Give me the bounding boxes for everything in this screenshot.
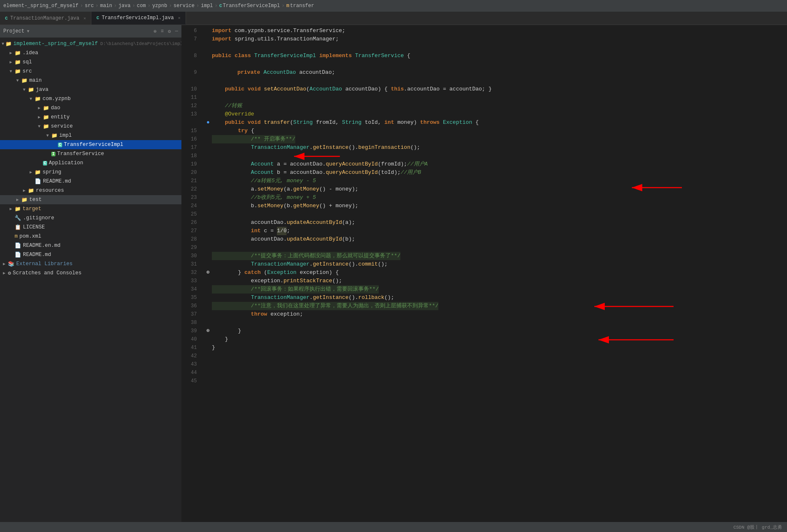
minimize-icon[interactable]: — [175, 28, 178, 35]
sidebar-item-comyzpnb[interactable]: ▼ 📁 com.yzpnb [0, 94, 181, 103]
folder-impl-icon: 📁 [51, 133, 58, 139]
breadcrumb: element-_spring_of_myself › src › main ›… [3, 3, 314, 9]
sidebar-item-readme-root[interactable]: 📄 README.md [0, 250, 181, 259]
code-line-18: ● public void transfer(String fromId, St… [204, 118, 787, 127]
code-content[interactable]: import com.yzpnb.service.TransferService… [200, 25, 787, 522]
sidebar-item-main[interactable]: ▼ 📁 main [0, 76, 181, 85]
code-line-36: ⊕ } catch (Exception exception) { [204, 269, 787, 277]
sidebar-item-application[interactable]: C Application [0, 158, 181, 168]
class-c-icon: C [58, 143, 62, 147]
code-line-19: try { [204, 127, 787, 135]
sidebar-item-dao[interactable]: ▶ 📁 dao [0, 103, 181, 113]
tab-icon-c: C [5, 16, 8, 21]
folder-service-icon: 📁 [43, 123, 49, 130]
folder-icon: 📁 [5, 41, 12, 47]
main-layout: Project ▼ ⊕ ≡ ⚙ — ▼ 📁 implement-_spring_… [0, 25, 787, 522]
app-c-icon: C [43, 161, 47, 166]
gitignore-icon: 🔧 [15, 215, 21, 221]
sidebar-item-readme-md[interactable]: 📄 README.md [0, 177, 181, 186]
tab-label-transferserviceimpl: TransferServiceImpl.java [102, 15, 174, 21]
tab-transferserviceimpl[interactable]: C TransferServiceImpl.java ✕ [91, 12, 186, 25]
line-numbers: 6 7 8 9 10 11 12 13 15 16 17 18 19 20 21… [181, 25, 200, 522]
code-line-blank5 [204, 210, 787, 218]
sidebar-item-entity[interactable]: ▶ 📁 entity [0, 113, 181, 122]
sync-icon[interactable]: ⊕ [153, 28, 156, 35]
code-line-blank3 [204, 93, 787, 102]
sidebar: Project ▼ ⊕ ≡ ⚙ — ▼ 📁 implement-_spring_… [0, 25, 181, 522]
sidebar-item-idea[interactable]: ▶ 📁 .idea [0, 48, 181, 58]
folder-sql-icon: 📁 [15, 59, 21, 65]
scratches-label: Scratches and Consoles [13, 270, 82, 276]
tab-transactionmanager[interactable]: C TransactionManager.java ✕ [0, 12, 91, 25]
collapse-icon[interactable]: ≡ [161, 28, 163, 35]
sidebar-item-impl[interactable]: ▼ 📁 impl [0, 131, 181, 140]
folder-dao-icon: 📁 [43, 105, 49, 111]
settings-icon[interactable]: ⚙ [168, 28, 171, 35]
folder-idea-icon: 📁 [15, 50, 21, 56]
title-bar: element-_spring_of_myself › src › main ›… [0, 0, 787, 12]
code-line-23: Account a = accountDao.queryAccountById(… [204, 160, 787, 168]
chevron-down-icon: ▼ [27, 29, 29, 34]
code-line-39: TransactionManager.getInstance().rollbac… [204, 294, 787, 302]
scratches-icon: ⚙ [8, 270, 11, 276]
code-line-9: public class TransferServiceImpl impleme… [204, 52, 787, 60]
code-line-blank1 [204, 60, 787, 68]
code-line-26: a.setMoney(a.getMoney() - money); [204, 185, 787, 193]
sidebar-item-root[interactable]: ▼ 📁 implement-_spring_of_myself D:\bianc… [0, 39, 181, 48]
code-line-blank4 [204, 152, 787, 160]
breadcrumb-method: m [286, 3, 289, 9]
folder-main-icon: 📁 [21, 78, 28, 84]
sidebar-title: Project [3, 28, 24, 34]
sidebar-item-resources[interactable]: ▶ 📁 resources [0, 186, 181, 195]
code-line-blank2 [204, 77, 787, 85]
external-libraries-label: External Libraries [16, 261, 73, 267]
folder-entity-icon: 📁 [43, 114, 49, 120]
breadcrumb-yzpnb: yzpnb [152, 3, 167, 9]
sidebar-item-java[interactable]: ▼ 📁 java [0, 85, 181, 94]
sidebar-item-sql[interactable]: ▶ 📁 sql [0, 58, 181, 67]
md-root-icon: 📄 [15, 251, 21, 258]
tab-close-transferserviceimpl[interactable]: ✕ [178, 15, 181, 20]
code-line-40: /**注意，我们在这里处理了异常，需要人为抛出，否则上层捕获不到异常**/ [204, 302, 787, 310]
code-line-43: ⊕ } [204, 327, 787, 335]
sidebar-item-readme-en[interactable]: 📄 README.en.md [0, 241, 181, 250]
folder-src-icon: 📁 [15, 68, 21, 75]
sidebar-item-external-libraries[interactable]: ▶ 📚 External Libraries [0, 259, 181, 269]
code-line-6: import com.yzpnb.service.TransferService… [204, 27, 787, 35]
folder-spring-icon: 📁 [35, 169, 41, 176]
tab-icon-c2: C [96, 15, 99, 20]
breadcrumb-class: TransferServiceImpl [223, 3, 280, 9]
code-line-24: Account b = accountDao.queryAccountById(… [204, 168, 787, 177]
sidebar-item-gitignore[interactable]: 🔧 .gitignore [0, 213, 181, 223]
sidebar-item-scratches[interactable]: ▶ ⚙ Scratches and Consoles [0, 269, 181, 278]
sidebar-item-target[interactable]: ▶ 📁 target [0, 204, 181, 213]
sidebar-item-src[interactable]: ▼ 📁 src [0, 67, 181, 76]
md-icon: 📄 [35, 178, 41, 185]
sidebar-item-transferserviceimpl[interactable]: C TransferServiceImpl [0, 140, 181, 149]
breadcrumb-impl: impl [201, 3, 213, 9]
code-line-20: /** 开启事务**/ [204, 135, 787, 143]
folder-target-icon: 📁 [15, 206, 21, 212]
code-line-30: accountDao.updateAccountById(a); [204, 218, 787, 227]
code-line-blank7 [204, 319, 787, 327]
sidebar-tree: ▼ 📁 implement-_spring_of_myself D:\bianc… [0, 38, 181, 522]
code-line-35: TransactionManager.getInstance().commit(… [204, 260, 787, 269]
library-icon: 📚 [8, 261, 15, 267]
sidebar-item-service[interactable]: ▼ 📁 service [0, 122, 181, 131]
sidebar-item-transferservice[interactable]: I TransferService [0, 149, 181, 158]
tab-close-transactionmanager[interactable]: ✕ [83, 16, 86, 21]
folder-test-icon: 📁 [21, 197, 28, 203]
sidebar-item-spring[interactable]: ▶ 📁 spring [0, 168, 181, 177]
sidebar-item-test[interactable]: ▶ 📁 test [0, 195, 181, 204]
sidebar-item-pom[interactable]: m pom.xml [0, 232, 181, 241]
code-line-25: //a转账5元, money - 5 [204, 177, 787, 185]
code-line-21: TransactionManager.getInstance().beginTr… [204, 143, 787, 152]
sidebar-item-license[interactable]: 📋 LICENSE [0, 223, 181, 232]
sidebar-header-icons: ⊕ ≡ ⚙ — [153, 28, 178, 35]
code-line-38: /**回滚事务：如果程序执行出错，需要回滚事务**/ [204, 285, 787, 294]
breadcrumb-com: com [137, 3, 146, 9]
breadcrumb-project: element-_spring_of_myself [3, 3, 78, 9]
status-text: CSDN @股丨 grd_志勇 [733, 524, 782, 530]
interface-i-icon: I [51, 152, 55, 156]
tab-label-transactionmanager: TransactionManager.java [10, 15, 80, 21]
